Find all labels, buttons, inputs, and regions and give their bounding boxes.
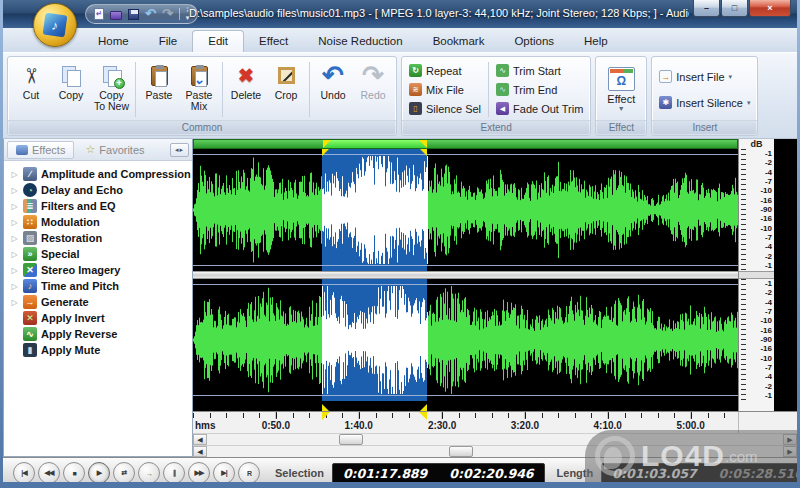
- tree-item-time-pitch[interactable]: ▷Time and Pitch: [10, 278, 192, 294]
- record-button[interactable]: R: [238, 462, 260, 484]
- tree-item-modulation[interactable]: ▷Modulation: [10, 214, 192, 230]
- repeat-button[interactable]: Repeat: [405, 62, 485, 80]
- timeline-unit: hms: [195, 420, 216, 431]
- cut-button[interactable]: Cut: [11, 59, 51, 120]
- expand-icon[interactable]: ▷: [10, 186, 19, 195]
- minimize-button[interactable]: –: [693, 0, 720, 17]
- undo-icon[interactable]: ↶: [145, 9, 156, 19]
- tree-item-delay-echo[interactable]: ▷Delay and Echo: [10, 182, 192, 198]
- selection-end-flag-icon[interactable]: [419, 412, 427, 420]
- tree-item-special[interactable]: ▷Special: [10, 246, 192, 262]
- tab-edit[interactable]: Edit: [192, 30, 244, 52]
- tree-item-restoration[interactable]: ▷Restoration: [10, 230, 192, 246]
- undo-button[interactable]: Undo: [313, 59, 353, 120]
- play-selection-button[interactable]: →: [138, 462, 160, 484]
- expand-icon[interactable]: ▷: [10, 202, 19, 211]
- tree-item-apply-reverse[interactable]: Apply Reverse: [10, 326, 192, 342]
- undo-ribbon-icon: [322, 63, 344, 88]
- tree-item-stereo-imagery[interactable]: ▷Stereo Imagery: [10, 262, 192, 278]
- paste-button[interactable]: Paste: [139, 59, 179, 120]
- overview-bar[interactable]: [193, 139, 738, 149]
- paste-mix-button[interactable]: ⌄Paste Mix: [179, 59, 219, 120]
- trim-start-button[interactable]: Trim Start: [492, 62, 587, 80]
- expand-icon[interactable]: ▷: [10, 298, 19, 307]
- expand-icon[interactable]: ▷: [10, 234, 19, 243]
- open-file-icon[interactable]: [110, 11, 122, 20]
- expand-icon[interactable]: ▷: [10, 282, 19, 291]
- app-window: ♪ ↶ ↷ ⁞▾ D:\samples\audio files\music01.…: [0, 0, 800, 488]
- scroll-left-icon[interactable]: ◀: [193, 446, 207, 457]
- timeline-label: 1:40.0: [344, 420, 372, 431]
- selection-end-marker-icon[interactable]: [419, 140, 427, 148]
- go-to-start-button[interactable]: |◀: [13, 462, 35, 484]
- tab-bookmark[interactable]: Bookmark: [418, 31, 500, 52]
- effect-button[interactable]: Effect ▼: [599, 59, 643, 120]
- insert-file-icon: [659, 70, 672, 83]
- selection-start-marker-icon[interactable]: [323, 140, 331, 148]
- tab-help[interactable]: Help: [569, 31, 623, 52]
- delete-button[interactable]: Delete: [226, 59, 266, 120]
- app-logo-icon[interactable]: ♪: [33, 3, 77, 47]
- waveform-channel-right[interactable]: [193, 279, 738, 401]
- ribbon-group-effect: Effect ▼ Effect: [595, 56, 647, 136]
- selection-corner-icon: [420, 149, 427, 156]
- channel-divider[interactable]: [193, 271, 738, 279]
- scroll-thumb[interactable]: [449, 446, 473, 457]
- expand-icon[interactable]: ▷: [10, 218, 19, 227]
- db-scale-header: dB: [738, 139, 774, 149]
- tab-file[interactable]: File: [144, 31, 193, 52]
- tree-item-generate[interactable]: ▷Generate: [10, 294, 192, 310]
- watermark-overlay: LO4D .com: [585, 430, 797, 482]
- tab-effect[interactable]: Effect: [244, 31, 303, 52]
- music-note-icon: ♪: [43, 13, 68, 38]
- tab-scroll-button[interactable]: ◂▸: [170, 143, 189, 157]
- group-separator: [309, 62, 310, 117]
- tree-item-amplitude[interactable]: ▷Amplitude and Compression: [10, 166, 192, 182]
- close-button[interactable]: ×: [749, 0, 791, 17]
- tab-favorites[interactable]: ☆Favorites: [76, 140, 153, 159]
- insert-silence-button[interactable]: Insert Silence▾: [655, 94, 754, 112]
- scroll-thumb[interactable]: [339, 434, 363, 445]
- maximize-button[interactable]: □: [721, 0, 748, 17]
- copy-to-new-button[interactable]: Copy To New: [91, 59, 132, 120]
- waveform-channel-left[interactable]: [193, 149, 738, 271]
- tree-item-filters-eq[interactable]: ▷Filters and EQ: [10, 198, 192, 214]
- scroll-left-icon[interactable]: ◀: [193, 434, 207, 445]
- tree-item-apply-mute[interactable]: Apply Mute: [10, 342, 192, 358]
- play-button[interactable]: ▶: [88, 462, 110, 484]
- tab-effects[interactable]: Effects: [7, 141, 74, 159]
- trim-end-button[interactable]: Trim End: [492, 81, 587, 99]
- fade-out-trim-button[interactable]: Fade Out Trim: [492, 100, 587, 118]
- filler: [774, 139, 797, 149]
- pause-button[interactable]: ∥: [163, 462, 185, 484]
- effects-panel: Effects ☆Favorites ◂▸ ▷Amplitude and Com…: [3, 139, 193, 457]
- selection-start-flag-icon[interactable]: [322, 412, 330, 420]
- rewind-button[interactable]: ◀◀: [38, 462, 60, 484]
- go-to-end-button[interactable]: ▶|: [213, 462, 235, 484]
- waveform-display[interactable]: [193, 149, 738, 411]
- cut-icon: [22, 64, 40, 88]
- fast-forward-button[interactable]: ▶▶: [188, 462, 210, 484]
- save-icon[interactable]: [128, 9, 139, 20]
- expand-icon[interactable]: ▷: [10, 266, 19, 275]
- apply-mute-icon: [23, 343, 37, 357]
- group-separator: [222, 62, 223, 117]
- new-file-icon[interactable]: [94, 8, 104, 20]
- watermark-text: LO4D: [641, 439, 725, 473]
- loop-button[interactable]: ⇄: [113, 462, 135, 484]
- overview-selection[interactable]: [323, 140, 427, 148]
- copy-button[interactable]: Copy: [51, 59, 91, 120]
- silence-sel-button[interactable]: Silence Sel: [405, 100, 485, 118]
- generate-icon: [23, 295, 37, 309]
- tree-item-apply-invert[interactable]: Apply Invert: [10, 310, 192, 326]
- mix-file-button[interactable]: Mix File: [405, 81, 485, 99]
- tab-noise-reduction[interactable]: Noise Reduction: [303, 31, 417, 52]
- expand-icon[interactable]: ▷: [10, 170, 19, 179]
- stop-button[interactable]: ■: [63, 462, 85, 484]
- expand-icon[interactable]: ▷: [10, 250, 19, 259]
- crop-button[interactable]: Crop: [266, 59, 306, 120]
- insert-file-button[interactable]: Insert File▾: [655, 68, 754, 86]
- apply-reverse-icon: [23, 327, 37, 341]
- tab-options[interactable]: Options: [499, 31, 569, 52]
- tab-home[interactable]: Home: [83, 31, 144, 52]
